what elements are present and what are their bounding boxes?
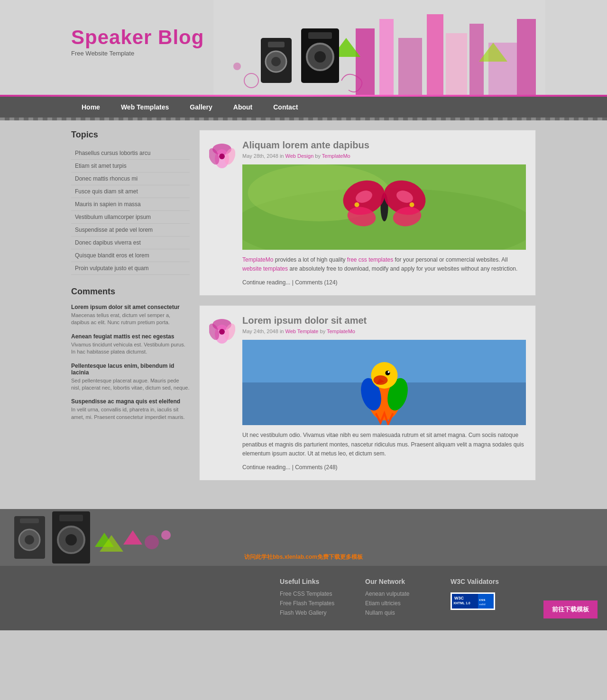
network-link-1[interactable]: Aenean vulputate bbox=[365, 591, 409, 597]
comment-item: Suspendisse ac magna quis est eleifend I… bbox=[71, 398, 190, 421]
footer-our-network: Our Network Aenean vulputate Etiam ultri… bbox=[365, 578, 441, 618]
useful-links-list: Free CSS Templates Free Flash Templates … bbox=[280, 590, 356, 616]
site-title: Speaker Blog bbox=[71, 26, 204, 49]
svg-rect-3 bbox=[398, 38, 422, 95]
post-meta-1: May 28th, 2048 in Web Design by Template… bbox=[242, 153, 526, 159]
svg-point-51 bbox=[374, 375, 388, 385]
topic-item[interactable]: Phasellus cursus lobortis arcu bbox=[71, 147, 190, 160]
topic-item[interactable]: Proin vulputate justo et quam bbox=[71, 262, 190, 275]
footer-overlay-text: 访问此学社bbs.xlenlab.com免费下载更多模板 bbox=[0, 553, 607, 561]
main-container: Topics Phasellus cursus lobortis arcu Et… bbox=[62, 120, 545, 500]
post-text-2: Ut nec vestibulum odio. Vivamus vitae ni… bbox=[242, 431, 526, 458]
nav-link-contact[interactable]: Contact bbox=[263, 97, 308, 118]
post-1: Aliquam lorem ante dapibus May 28th, 204… bbox=[199, 130, 536, 296]
svg-point-49 bbox=[386, 371, 390, 375]
post-title-link-2[interactable]: Lorem ipsum dolor sit amet bbox=[242, 315, 367, 326]
site-title-block: Speaker Blog Free Website Template bbox=[71, 26, 204, 57]
w3c-badge-content: W3C XHTML 1.0 css valid bbox=[452, 594, 494, 609]
post-title-link-1[interactable]: Aliquam lorem ante dapibus bbox=[242, 140, 369, 150]
post-in: in bbox=[280, 153, 285, 159]
topics-heading: Topics bbox=[71, 130, 190, 142]
svg-rect-5 bbox=[446, 33, 467, 95]
post-icon-2 bbox=[209, 315, 235, 471]
svg-point-13 bbox=[271, 57, 281, 66]
download-button[interactable]: 前往下载模板 bbox=[543, 600, 598, 618]
post-category-link-1[interactable]: Web Design bbox=[285, 153, 314, 159]
list-item: Aenean vulputate bbox=[365, 590, 441, 597]
comment-text: Sed pellentesque placerat augue. Mauris … bbox=[71, 377, 190, 392]
butterfly-image bbox=[242, 164, 526, 250]
post-author-link-1[interactable]: TemplateMo bbox=[322, 153, 350, 159]
topic-item[interactable]: Vestibulum ullamcorper ipsum bbox=[71, 211, 190, 224]
parrot-image bbox=[242, 340, 526, 425]
main-content: Aliquam lorem ante dapibus May 28th, 204… bbox=[199, 130, 536, 490]
post-icon bbox=[209, 140, 235, 286]
nav-link-webtemplates[interactable]: Web Templates bbox=[110, 97, 179, 118]
w3c-badge-svg: W3C XHTML 1.0 css valid bbox=[452, 594, 494, 609]
topic-item[interactable]: Donec dapibus viverra est bbox=[71, 236, 190, 249]
svg-rect-59 bbox=[59, 515, 83, 521]
comment-text: In velit urna, convallis id, pharetra in… bbox=[71, 406, 190, 421]
network-link-2[interactable]: Etiam ultricies bbox=[365, 600, 401, 607]
nav-link-gallery[interactable]: Gallery bbox=[179, 97, 222, 118]
post-category-link-2[interactable]: Web Template bbox=[285, 328, 319, 334]
continue-reading-link-2[interactable]: Continue reading... bbox=[242, 464, 290, 471]
list-item: Free CSS Templates bbox=[280, 590, 356, 597]
topic-item[interactable]: Suspendisse at pede vel lorem bbox=[71, 224, 190, 236]
svg-point-58 bbox=[65, 534, 77, 545]
comments-link-1[interactable]: Comments (124) bbox=[295, 279, 337, 286]
nav-list: Home Web Templates Gallery About Contact bbox=[62, 97, 545, 118]
comment-link[interactable]: Aenean feugiat mattis est nec egestas bbox=[71, 333, 190, 340]
post-title-2: Lorem ipsum dolor sit amet bbox=[242, 315, 526, 326]
templatemo-link[interactable]: TemplateMo bbox=[242, 256, 273, 263]
post-by: by bbox=[315, 153, 322, 159]
useful-link-1[interactable]: Free CSS Templates bbox=[280, 591, 332, 597]
footer-w3c: W3C Validators W3C XHTML 1.0 css valid bbox=[451, 578, 526, 618]
post-author-link-2[interactable]: TemplateMo bbox=[327, 328, 355, 334]
post-meta-2: May 24th, 2048 in Web Template by Templa… bbox=[242, 328, 526, 334]
comment-item: Pellentesque lacus enim, bibendum id lac… bbox=[71, 363, 190, 392]
nav-item-gallery[interactable]: Gallery bbox=[179, 97, 222, 118]
our-network-heading: Our Network bbox=[365, 578, 441, 585]
nav-item-home[interactable]: Home bbox=[71, 97, 110, 118]
svg-point-20 bbox=[233, 63, 241, 70]
nav-item-about[interactable]: About bbox=[223, 97, 263, 118]
topic-item[interactable]: Fusce quis diam sit amet bbox=[71, 185, 190, 198]
comment-link[interactable]: Pellentesque lacus enim, bibendum id lac… bbox=[71, 363, 190, 376]
useful-link-3[interactable]: Flash Web Gallery bbox=[280, 609, 326, 616]
useful-link-2[interactable]: Free Flash Templates bbox=[280, 600, 334, 607]
comments-heading: Comments bbox=[71, 287, 190, 299]
nav-link-home[interactable]: Home bbox=[71, 97, 110, 118]
useful-links-heading: Useful Links bbox=[280, 578, 356, 585]
svg-text:valid: valid bbox=[479, 603, 486, 606]
topic-item[interactable]: Donec mattis rhoncus mi bbox=[71, 173, 190, 185]
comment-link[interactable]: Suspendisse ac magna quis est eleifend bbox=[71, 398, 190, 405]
comment-item: Lorem ipsum dolor sit amet consectetur M… bbox=[71, 304, 190, 327]
nav-item-contact[interactable]: Contact bbox=[263, 97, 308, 118]
comments-link-2[interactable]: Comments (248) bbox=[295, 464, 337, 471]
post-footer-2: Continue reading... | Comments (248) bbox=[242, 464, 526, 471]
topic-item[interactable]: Quisque blandit eros et lorem bbox=[71, 249, 190, 262]
svg-rect-2 bbox=[379, 19, 394, 95]
svg-rect-8 bbox=[517, 19, 536, 95]
nav-item-webtemplates[interactable]: Web Templates bbox=[110, 97, 179, 118]
topic-item[interactable]: Mauris in sapien in massa bbox=[71, 198, 190, 211]
free-css-link[interactable]: free css templates bbox=[347, 256, 393, 263]
topic-item[interactable]: Etiam sit amet turpis bbox=[71, 160, 190, 173]
header-svg bbox=[213, 0, 545, 95]
svg-point-37 bbox=[410, 202, 414, 207]
post-footer-1: Continue reading... | Comments (124) bbox=[242, 279, 526, 286]
svg-point-17 bbox=[314, 51, 326, 63]
post-2: Lorem ipsum dolor sit amet May 24th, 204… bbox=[199, 305, 536, 481]
comments-section: Comments Lorem ipsum dolor sit amet cons… bbox=[71, 287, 190, 421]
svg-point-25 bbox=[219, 154, 225, 159]
website-templates-link[interactable]: website templates bbox=[242, 265, 288, 272]
nav-link-about[interactable]: About bbox=[223, 97, 263, 118]
site-footer: 访问此学社bbs.xlenlab.com免费下载更多模板 Useful Link… bbox=[0, 509, 607, 630]
continue-reading-link-1[interactable]: Continue reading... bbox=[242, 279, 290, 286]
svg-marker-62 bbox=[123, 530, 142, 545]
w3c-badge[interactable]: W3C XHTML 1.0 css valid bbox=[451, 592, 495, 610]
comment-link[interactable]: Lorem ipsum dolor sit amet consectetur bbox=[71, 304, 190, 310]
list-item: Etiam ultricies bbox=[365, 600, 441, 607]
network-link-3[interactable]: Nullam quis bbox=[365, 609, 395, 616]
